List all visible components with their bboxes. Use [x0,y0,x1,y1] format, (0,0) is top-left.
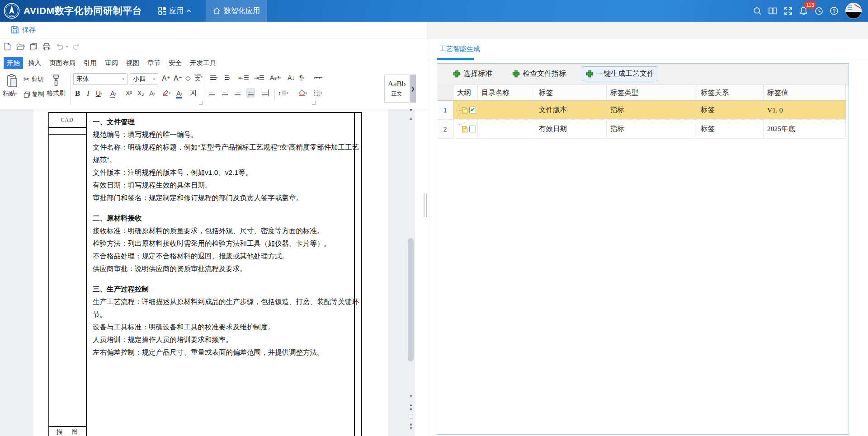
toolbar-button[interactable]: 一键生成工艺文件 [582,66,658,81]
header-tag-value[interactable]: 标签值 [764,85,846,100]
tab-process-intelligent-generation[interactable]: 工艺智能生成 [439,45,480,53]
pane-resize-handle[interactable] [424,193,427,217]
line-spacing-button[interactable]: ↕☰▾ [278,89,288,97]
paste-button[interactable]: 粘贴▾ [3,89,17,98]
align-right-icon[interactable] [235,89,241,96]
format-painter-button[interactable]: 格式刷 [47,89,66,98]
toolbar-button[interactable]: 选择标准 [449,66,496,81]
ribbon-tab[interactable]: 开始 [4,57,23,69]
redo-icon[interactable] [71,42,81,52]
save-file-icon[interactable] [28,42,38,52]
cut-button[interactable]: ✂ 剪切 [24,75,43,84]
phonetic-guide-icon[interactable]: wén文▾ [194,73,203,81]
font-size-select[interactable]: 小四▾ [130,73,158,85]
subscript-button[interactable]: X₂ [137,89,144,97]
distribute-icon[interactable] [261,89,269,96]
align-center-icon[interactable] [222,89,228,96]
text-direction-button[interactable]: A⇄▾ [270,74,281,81]
shading-button[interactable]: ▾ [298,89,307,96]
ribbon-tab[interactable]: 审阅 [102,57,121,69]
justify-icon[interactable] [246,88,255,98]
styles-expand-button[interactable]: ❯ [410,75,416,103]
header-directory-name[interactable]: 目录名称 [478,85,535,100]
scroll-up-arrow[interactable]: ▲ [408,116,414,121]
tag-cell[interactable]: 文件版本 [535,101,607,119]
numbered-list-button[interactable]: ▾ [224,74,231,81]
scrollbar-thumb[interactable] [408,238,414,361]
next-page-button[interactable]: ▼▼ [408,423,414,430]
scroll-down-arrow[interactable]: ▼ [408,394,414,398]
font-dialog-launcher-icon[interactable] [199,101,203,105]
ruler-toggle-icon[interactable]: ▾ [408,107,414,113]
header-outline[interactable]: 大纲 [453,85,478,100]
italic-button[interactable]: I [87,89,90,98]
header-tag-type[interactable]: 标签类型 [607,85,697,100]
paste-icon[interactable] [6,74,18,88]
select-browse-object-button[interactable] [409,414,413,418]
print-icon[interactable] [42,42,52,52]
character-border-button[interactable]: A [190,90,196,96]
grow-font-icon[interactable]: A⁺ [162,74,170,83]
show-marks-button[interactable]: ¶▾ [299,74,304,81]
font-color-button[interactable]: A▾ [176,89,183,97]
save-button[interactable]: 保存 [11,26,36,34]
row-checkbox[interactable] [469,126,476,132]
tag-cell[interactable]: 有效日期 [535,120,607,138]
underline-button[interactable]: U▾ [96,89,102,97]
search-icon[interactable] [750,0,765,22]
header-tag-relation[interactable]: 标签关系 [697,85,764,100]
undo-dropdown-icon[interactable]: ▾ [66,44,68,49]
change-case-button[interactable]: A▾ [149,89,156,97]
character-scale-button[interactable]: A▾ [110,89,117,98]
row-checkbox[interactable] [469,107,476,113]
superscript-button[interactable]: X² [126,89,132,97]
notifications-bell-icon[interactable]: 113 [796,0,811,22]
manual-book-icon[interactable] [765,0,780,22]
header-tag[interactable]: 标签 [535,85,607,100]
ribbon-tab[interactable]: 插入 [25,57,44,69]
align-left-icon[interactable] [209,89,215,96]
undo-icon[interactable] [55,42,65,52]
ribbon-tab[interactable]: 页面布局 [46,57,79,69]
new-document-icon[interactable] [2,42,12,52]
document-text[interactable]: 一、文件管理 规范编号：填写规程的唯一编号。 文件名称：明确规程的标题，例如“某… [93,116,362,359]
tag-relation-cell[interactable]: 标签 [697,101,764,119]
bold-button[interactable]: B [75,89,80,98]
copy-button[interactable]: 复制 [24,90,44,98]
ribbon-tab[interactable]: 视图 [123,57,142,69]
tag-type-cell[interactable]: 指标 [607,120,697,138]
paragraph-dialog-launcher-icon[interactable] [312,101,316,105]
document-page[interactable]: CAD 描 图 一、文件管理 规范编号：填写规程的唯一编号。 文件名称：明确规程… [33,109,388,436]
user-avatar[interactable] [845,3,862,19]
sort-icon[interactable]: A↓ [288,74,295,81]
shrink-font-icon[interactable]: A⁻ [174,74,182,83]
tag-value-cell[interactable]: V1. 0 [764,101,846,119]
help-icon[interactable]: ? [826,0,842,22]
highlight-color-button[interactable]: ▾ [162,89,171,96]
style-preview-normal[interactable]: AaBb 正文 [384,75,409,103]
ribbon-tab[interactable]: 引用 [80,57,100,69]
ribbon-tab[interactable]: 章节 [144,57,164,69]
toolbar-button[interactable]: 检查文件指标 [508,66,570,81]
tab-stops-icon[interactable]: ⌐⌐⌐ [314,74,321,81]
borders-button[interactable]: ▾ [314,89,322,96]
decrease-indent-icon[interactable]: ⇤☰ [238,74,249,81]
bullet-list-button[interactable]: ▾ [209,74,218,81]
tag-table-row[interactable]: 2 有效日期 指标 [437,120,846,139]
open-folder-icon[interactable] [15,42,25,52]
increase-indent-icon[interactable]: ⇥☰ [254,74,264,81]
tag-table-row[interactable]: 1 文件版本 指标 [437,101,846,120]
directory-name-cell[interactable] [478,120,535,138]
font-family-select[interactable]: 宋体▾ [73,73,127,85]
tag-relation-cell[interactable]: 标签 [697,120,764,138]
previous-page-button[interactable]: ▲▲ [408,403,414,410]
ribbon-tab[interactable]: 安全 [165,57,185,69]
editor-vertical-scrollbar[interactable]: ▾ ▲ ▼ ▲▲ ▼▼ [407,109,415,436]
tag-type-cell[interactable]: 指标 [607,101,697,119]
format-painter-icon[interactable] [51,74,61,87]
tab-digital-intelligence-app[interactable]: 数智化应用 [206,0,267,22]
history-clock-icon[interactable] [811,0,826,22]
ribbon-tab[interactable]: 开发工具 [187,57,219,69]
fullscreen-icon[interactable] [780,0,796,22]
apps-menu[interactable]: 应用 [158,0,191,22]
